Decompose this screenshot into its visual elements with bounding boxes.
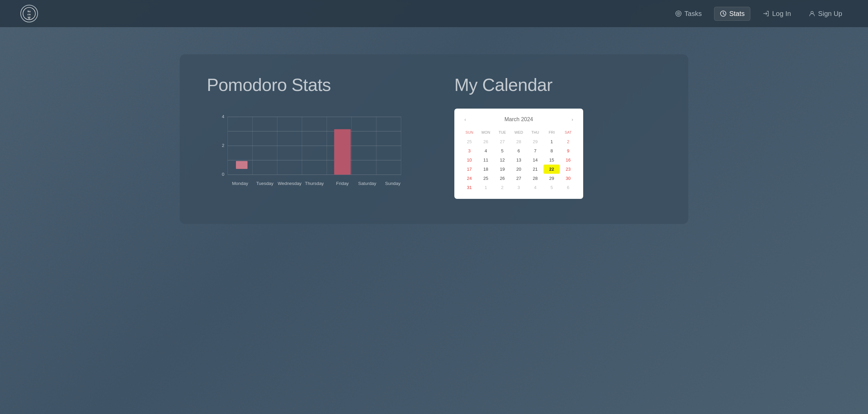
svg-text:Sunday: Sunday <box>385 181 401 186</box>
svg-text:Saturday: Saturday <box>358 181 376 186</box>
pomodoro-title: Pomodoro Stats <box>207 75 414 95</box>
calendar-day-cell[interactable]: 6 <box>511 146 527 155</box>
calendar-header-row: SUN MON TUE WED THU FRI SAT <box>461 129 576 137</box>
col-tue: TUE <box>494 129 511 137</box>
nav-right: Tasks Stats Log In <box>670 7 848 21</box>
calendar-day-cell[interactable]: 22 <box>544 165 560 174</box>
main-content: Pomodoro Stats 4 2 0 <box>0 27 868 224</box>
svg-text:Wednesday: Wednesday <box>278 181 302 186</box>
calendar-day-cell[interactable]: 6 <box>560 183 576 192</box>
calendar-day-cell[interactable]: 16 <box>560 155 576 165</box>
nav-tasks[interactable]: Tasks <box>670 7 707 20</box>
calendar-day-cell[interactable]: 24 <box>461 174 478 183</box>
calendar-day-cell[interactable]: 31 <box>461 183 478 192</box>
calendar-title: My Calendar <box>454 75 661 95</box>
calendar-day-cell[interactable]: 5 <box>494 146 511 155</box>
calendar-day-cell[interactable]: 4 <box>527 183 544 192</box>
navbar: Nu cle us Tasks <box>0 0 868 27</box>
calendar-day-cell[interactable]: 23 <box>560 165 576 174</box>
calendar-day-cell[interactable]: 5 <box>544 183 560 192</box>
calendar-day-cell[interactable]: 11 <box>478 155 494 165</box>
user-icon <box>809 10 815 17</box>
col-sun: SUN <box>461 129 478 137</box>
col-sat: SAT <box>560 129 576 137</box>
svg-text:2: 2 <box>222 143 224 148</box>
calendar-day-cell[interactable]: 25 <box>478 174 494 183</box>
calendar-day-cell[interactable]: 27 <box>511 174 527 183</box>
calendar-day-cell[interactable]: 14 <box>527 155 544 165</box>
calendar-day-cell[interactable]: 29 <box>544 174 560 183</box>
calendar-day-cell[interactable]: 17 <box>461 165 478 174</box>
svg-text:4: 4 <box>222 114 224 119</box>
calendar-day-cell[interactable]: 19 <box>494 165 511 174</box>
calendar-day-cell[interactable]: 15 <box>544 155 560 165</box>
calendar-day-cell[interactable]: 25 <box>461 137 478 146</box>
logo[interactable]: Nu cle us <box>20 5 38 22</box>
calendar-day-cell[interactable]: 18 <box>478 165 494 174</box>
calendar-month-title: March 2024 <box>469 116 568 123</box>
calendar-day-cell[interactable]: 8 <box>544 146 560 155</box>
calendar-day-cell[interactable]: 12 <box>494 155 511 165</box>
calendar-day-cell[interactable]: 27 <box>494 137 511 146</box>
pomodoro-chart: 4 2 0 Monday <box>207 109 414 204</box>
calendar-section: My Calendar ‹ March 2024 › SUN MON TUE W… <box>454 75 661 199</box>
calendar-day-cell[interactable]: 2 <box>560 137 576 146</box>
calendar-day-cell[interactable]: 3 <box>461 146 478 155</box>
calendar-next-btn[interactable]: › <box>568 115 576 124</box>
calendar-wrapper: ‹ March 2024 › SUN MON TUE WED THU FRI <box>454 109 583 199</box>
stats-label: Stats <box>729 10 745 18</box>
calendar-day-cell[interactable]: 9 <box>560 146 576 155</box>
calendar-week-row: 24252627282930 <box>461 174 576 183</box>
svg-text:Friday: Friday <box>336 181 349 186</box>
tasks-label: Tasks <box>685 10 702 18</box>
pomodoro-section: Pomodoro Stats 4 2 0 <box>207 75 414 204</box>
calendar-day-cell[interactable]: 21 <box>527 165 544 174</box>
calendar-day-cell[interactable]: 26 <box>478 137 494 146</box>
calendar-week-row: 31123456 <box>461 183 576 192</box>
calendar-day-cell[interactable]: 28 <box>511 137 527 146</box>
chart-container: 4 2 0 Monday <box>207 109 414 204</box>
calendar-week-row: 3456789 <box>461 146 576 155</box>
nav-signup[interactable]: Sign Up <box>803 7 848 20</box>
calendar-week-row: 10111213141516 <box>461 155 576 165</box>
calendar-day-cell[interactable]: 30 <box>560 174 576 183</box>
calendar-day-cell[interactable]: 2 <box>494 183 511 192</box>
login-icon <box>763 10 769 17</box>
calendar-day-cell[interactable]: 1 <box>544 137 560 146</box>
col-mon: MON <box>478 129 494 137</box>
calendar-day-cell[interactable]: 26 <box>494 174 511 183</box>
logo-circle: Nu cle us <box>20 5 38 22</box>
svg-rect-30 <box>334 129 351 175</box>
calendar-day-cell[interactable]: 29 <box>527 137 544 146</box>
calendar-prev-btn[interactable]: ‹ <box>461 115 469 124</box>
svg-line-10 <box>723 14 725 15</box>
login-label: Log In <box>772 10 791 18</box>
svg-text:0: 0 <box>222 172 224 177</box>
stats-card: Pomodoro Stats 4 2 0 <box>180 54 688 224</box>
calendar-day-cell[interactable]: 7 <box>527 146 544 155</box>
col-thu: THU <box>527 129 544 137</box>
svg-text:cle: cle <box>27 13 31 16</box>
calendar-day-cell[interactable]: 13 <box>511 155 527 165</box>
signup-label: Sign Up <box>818 10 842 18</box>
target-icon <box>675 10 682 17</box>
calendar-body: 2526272829123456789101112131415161718192… <box>461 137 576 192</box>
svg-point-7 <box>678 13 679 14</box>
calendar-header: ‹ March 2024 › <box>461 115 576 124</box>
nav-stats[interactable]: Stats <box>714 7 751 21</box>
svg-text:Thursday: Thursday <box>305 181 324 186</box>
svg-text:Monday: Monday <box>232 181 248 186</box>
calendar-day-cell[interactable]: 1 <box>478 183 494 192</box>
calendar-day-cell[interactable]: 20 <box>511 165 527 174</box>
calendar-day-cell[interactable]: 3 <box>511 183 527 192</box>
calendar-day-cell[interactable]: 28 <box>527 174 544 183</box>
col-wed: WED <box>511 129 527 137</box>
calendar-grid: SUN MON TUE WED THU FRI SAT 252627282912… <box>461 129 576 192</box>
svg-text:Nu: Nu <box>27 10 31 13</box>
calendar-day-cell[interactable]: 10 <box>461 155 478 165</box>
calendar-day-cell[interactable]: 4 <box>478 146 494 155</box>
calendar-week-row: 17181920212223 <box>461 165 576 174</box>
nav-login[interactable]: Log In <box>757 7 796 20</box>
col-fri: FRI <box>544 129 560 137</box>
calendar-week-row: 252627282912 <box>461 137 576 146</box>
